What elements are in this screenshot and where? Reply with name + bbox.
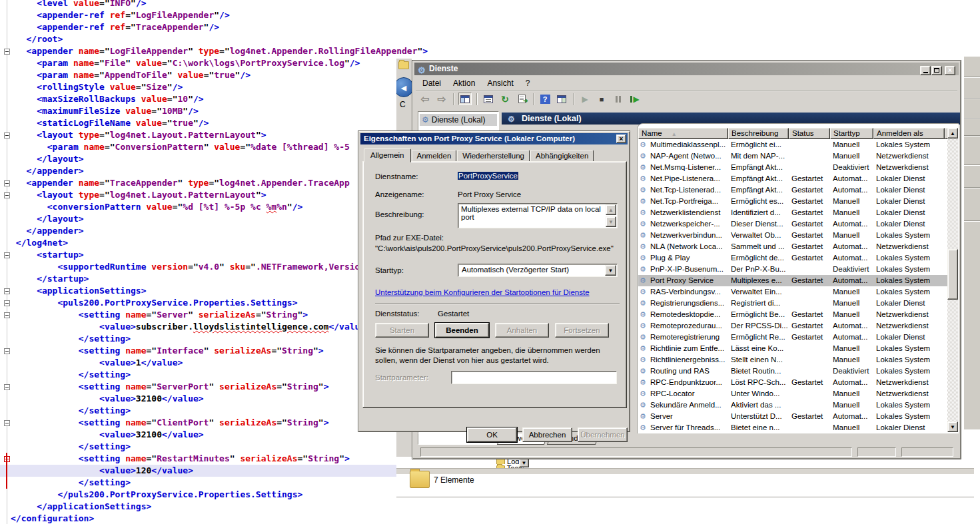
table-row[interactable]: ⚙PnP-X-IP-Busenum...Der PnP-X-Bu...Deakt… (638, 264, 947, 275)
table-row[interactable]: ⚙Registrierungsdiens...Registriert di...… (638, 298, 947, 309)
fold-marker[interactable] (4, 192, 10, 198)
scroll-down-icon[interactable]: ▼ (606, 216, 616, 227)
code-line[interactable]: </root> (0, 33, 466, 45)
close-icon[interactable]: × (616, 134, 626, 143)
code-line[interactable]: <appender name="LogFileAppender" type="l… (0, 45, 466, 57)
fold-marker[interactable] (4, 312, 10, 318)
table-row[interactable]: ⚙Port Proxy ServiceMultiplexes e...Gesta… (638, 275, 947, 286)
scroll-up-icon[interactable]: ▲ (606, 204, 616, 215)
start-service-icon[interactable]: ▶ (578, 93, 592, 105)
table-row[interactable]: ⚙Multimediaklassenpl...Ermöglicht ei...M… (638, 139, 947, 150)
table-row[interactable]: ⚙NAP-Agent (Netwo...Mit dem NAP-...Manue… (638, 150, 947, 162)
table-row[interactable]: ⚙Server für Threads...Bietet eine n...Ma… (638, 422, 947, 433)
export-list-icon[interactable]: ➜ (515, 93, 528, 105)
tab-anmelden[interactable]: Anmelden (412, 150, 457, 162)
back-icon[interactable]: ⇦ (418, 93, 432, 105)
code-line[interactable]: <level value="INFO"/> (0, 0, 466, 9)
fold-marker[interactable] (4, 300, 10, 306)
cell: Deaktiviert (830, 366, 873, 377)
column-header[interactable]: Starttyp (830, 128, 873, 139)
dialog-title-bar[interactable]: Eigenschaften von Port Proxy Service (Lo… (360, 133, 628, 144)
fold-marker[interactable] (4, 420, 10, 426)
title-bar[interactable]: ⚙ Dienste × (414, 63, 959, 75)
minimize-button[interactable] (920, 66, 931, 75)
show-console-tree-icon[interactable] (458, 93, 472, 105)
table-row[interactable]: ⚙RAS-Verbindungsv...Verwaltet Ein...Manu… (638, 286, 947, 298)
table-row[interactable]: ⚙Net.Pipe-Listenera...Empfängt Akt...Ges… (638, 173, 947, 184)
table-row[interactable]: ⚙Plug & PlayErmöglicht de...GestartetAut… (638, 252, 947, 264)
table-row[interactable]: ⚙RPC-LocatorUnter Windo...ManuellNetzwer… (638, 388, 947, 399)
table-row[interactable]: ⚙Richtlinienergebniss...Stellt einen N..… (638, 354, 947, 366)
table-row[interactable]: ⚙Netzwerkverbindun...Verwaltet Ob...Gest… (638, 230, 947, 241)
service-icon: ⚙ (638, 275, 648, 286)
table-row[interactable]: ⚙NetzwerklistendienstIdentifiziert d...G… (638, 207, 947, 218)
tab-allgemein[interactable]: Allgemein (364, 148, 411, 162)
fold-marker[interactable] (4, 348, 10, 354)
fortsetzen-button[interactable]: Fortsetzen (555, 323, 609, 338)
übernehmen-button[interactable]: Übernehmen (578, 427, 628, 442)
column-header[interactable]: Name▲ (638, 128, 728, 139)
show-action-pane-icon[interactable] (555, 93, 568, 105)
table-row[interactable]: ⚙Remotedesktopdie...Ermöglicht Be...Gest… (638, 309, 947, 320)
forward-icon[interactable]: ⇨ (435, 93, 448, 105)
properties-icon[interactable] (482, 93, 495, 105)
code-line[interactable]: </configuration> (0, 513, 466, 524)
services-icon: ⚙ (422, 115, 429, 125)
menu-item-ansicht[interactable]: Ansicht (481, 77, 519, 89)
table-row[interactable]: ⚙NLA (Network Loca...Sammelt und ...Gest… (638, 241, 947, 252)
menu-item-datei[interactable]: Datei (416, 77, 447, 89)
table-row[interactable]: ⚙Remoteprozedurau...Der RPCSS-Di...Gesta… (638, 320, 947, 332)
table-row[interactable]: ⚙Netzwerkspeicher-...Dieser Dienst...Ges… (638, 218, 947, 230)
fold-marker[interactable] (4, 384, 10, 390)
back-button[interactable]: ◄ (396, 77, 412, 97)
fold-marker[interactable] (4, 132, 10, 138)
maximize-button[interactable] (931, 66, 942, 75)
restart-service-icon[interactable]: ▶ (628, 93, 642, 105)
cell (789, 150, 830, 162)
scroll-down-button[interactable]: ▼ (947, 421, 958, 432)
column-header[interactable]: Anmelden als (873, 128, 945, 139)
table-row[interactable]: ⚙RemoteregistrierungErmöglicht Re...Gest… (638, 332, 947, 343)
fold-marker[interactable] (4, 288, 10, 294)
description-field[interactable]: Multiplexes external TCP/IP data on loca… (458, 203, 618, 228)
menu-item-help[interactable]: ? (520, 77, 536, 89)
refresh-icon[interactable]: ↻ (498, 93, 512, 105)
menu-item-aktion[interactable]: Aktion (447, 77, 481, 89)
tab-abhängigkeiten[interactable]: Abhängigkeiten (530, 150, 594, 162)
start-params-input[interactable] (451, 371, 617, 384)
close-button[interactable]: × (945, 66, 955, 75)
starten-button[interactable]: Starten (375, 323, 429, 338)
code-line[interactable]: <appender-ref ref="TraceAppender"/> (0, 21, 466, 33)
fold-marker[interactable] (4, 252, 10, 258)
table-row[interactable]: ⚙Routing und RASBietet Routin...Deaktivi… (638, 366, 947, 377)
pause-service-icon[interactable] (612, 93, 625, 105)
scrollbar-thumb[interactable] (947, 249, 958, 300)
dropdown-button[interactable]: ▼ (519, 458, 529, 467)
table-row[interactable]: ⚙ServerUnterstützt D...GestartetAutomat.… (638, 411, 947, 422)
tree-item-dienste-lokal[interactable]: ⚙Dienste (Lokal) (420, 114, 497, 126)
chevron-down-icon[interactable]: ▼ (605, 265, 616, 276)
table-row[interactable]: ⚙Net.Tcp-Portfreiga...Ermöglicht es...Ge… (638, 196, 947, 207)
anhalten-button[interactable]: Anhalten (495, 323, 549, 338)
abbrechen-button[interactable]: Abbrechen (522, 427, 572, 442)
table-row[interactable]: ⚙Net.Msmq-Listener...Empfängt Akt...Deak… (638, 162, 947, 173)
help-icon[interactable]: ? (538, 93, 552, 105)
tab-wiederherstellung[interactable]: Wiederherstellung (457, 150, 530, 162)
code-line[interactable]: </applicationSettings> (0, 501, 466, 513)
beenden-button[interactable]: Beenden (435, 323, 489, 338)
code-line[interactable]: <appender-ref ref="LogFileAppender"/> (0, 9, 466, 21)
column-header[interactable]: Status (789, 128, 830, 139)
fold-marker[interactable] (4, 180, 10, 186)
startup-options-help-link[interactable]: Unterstützung beim Konfigurieren der Sta… (375, 288, 590, 296)
table-row[interactable]: ⚙Net.Tcp-Listenerad...Empfängt Akt...Ges… (638, 184, 947, 196)
vertical-scrollbar[interactable]: ▲ ▼ (947, 128, 958, 432)
table-row[interactable]: ⚙RPC-Endpunktzuor...Löst RPC-Sch...Gesta… (638, 377, 947, 388)
table-row[interactable]: ⚙Richtlinie zum Entfe...Lässt eine Ko...… (638, 343, 947, 354)
table-row[interactable]: ⚙Sekundäre Anmeld...Aktiviert das ...Man… (638, 399, 947, 411)
fold-marker[interactable] (4, 49, 10, 55)
ok-button[interactable]: OK (467, 427, 517, 442)
startup-type-select[interactable]: Automatisch (Verzögerter Start) ▼ (458, 264, 618, 277)
column-header[interactable]: Beschreibung (728, 128, 789, 139)
stop-service-icon[interactable]: ■ (595, 93, 608, 105)
scroll-up-button[interactable]: ▲ (947, 128, 958, 138)
